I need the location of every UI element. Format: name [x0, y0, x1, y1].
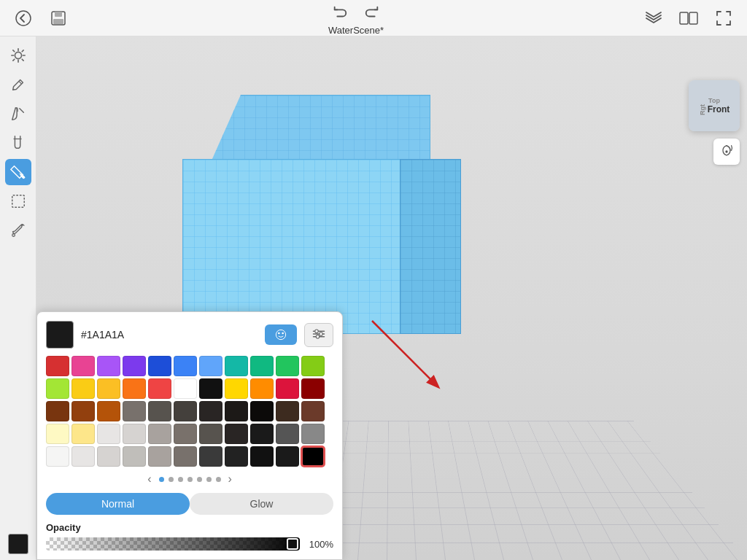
- svg-line-13: [22, 50, 23, 52]
- undo-button[interactable]: [328, 1, 352, 24]
- brush-tool-button[interactable]: [5, 101, 31, 127]
- color-swatch-3-2[interactable]: [97, 424, 120, 444]
- color-swatch-4-1[interactable]: [71, 446, 95, 467]
- color-swatch-3-4[interactable]: [148, 424, 171, 444]
- color-swatch-1-1[interactable]: [71, 378, 95, 399]
- svg-point-30: [315, 330, 319, 333]
- color-swatch-2-7[interactable]: [225, 401, 248, 421]
- color-panel: #1A1A1A ‹: [36, 311, 343, 560]
- color-swatch-3-0[interactable]: [46, 424, 69, 444]
- color-grid: [46, 356, 333, 467]
- color-swatch-2-10[interactable]: [301, 401, 325, 421]
- color-swatch-4-8[interactable]: [250, 446, 274, 467]
- color-swatch-4-9[interactable]: [276, 446, 299, 467]
- color-swatch-0-1[interactable]: [71, 356, 95, 376]
- back-button[interactable]: [12, 7, 35, 30]
- color-swatch-1-9[interactable]: [276, 378, 299, 399]
- color-swatch-3-8[interactable]: [250, 424, 274, 444]
- color-swatch-2-4[interactable]: [148, 401, 171, 421]
- page-dot-4[interactable]: [187, 477, 193, 482]
- color-swatch-0-7[interactable]: [225, 356, 248, 376]
- color-swatch-0-4[interactable]: [148, 356, 171, 376]
- color-swatch-2-3[interactable]: [123, 401, 146, 421]
- next-page-button[interactable]: ›: [225, 472, 235, 486]
- color-swatch-1-8[interactable]: [250, 378, 274, 399]
- color-swatch-3-3[interactable]: [123, 424, 146, 444]
- color-swatch-4-6[interactable]: [199, 446, 222, 467]
- mode-buttons: Normal Glow: [46, 493, 333, 515]
- color-swatch-4-3[interactable]: [123, 446, 146, 467]
- color-swatch-0-8[interactable]: [250, 356, 274, 376]
- color-swatch-0-3[interactable]: [123, 356, 146, 376]
- redo-button[interactable]: [360, 1, 384, 24]
- color-swatch-4-2[interactable]: [97, 446, 120, 467]
- color-swatch-3-10[interactable]: [301, 424, 325, 444]
- view-cube-top-label: Top: [708, 97, 720, 104]
- color-swatch-4-7[interactable]: [225, 446, 248, 467]
- color-swatch-2-9[interactable]: [276, 401, 299, 421]
- sun-tool-button[interactable]: [5, 42, 31, 69]
- paint-tool-button[interactable]: [5, 130, 31, 156]
- color-swatch-2-8[interactable]: [250, 401, 274, 421]
- color-swatch-0-5[interactable]: [174, 356, 197, 376]
- current-color-swatch[interactable]: [46, 321, 74, 349]
- color-swatch-2-2[interactable]: [97, 401, 120, 421]
- build-tool-button[interactable]: [5, 71, 31, 98]
- color-swatch-0-10[interactable]: [301, 356, 325, 376]
- color-swatch-4-0[interactable]: [46, 446, 69, 467]
- color-swatch-1-6[interactable]: [199, 378, 222, 399]
- page-dot-6[interactable]: [206, 477, 212, 482]
- color-swatch-4-4[interactable]: [148, 446, 171, 467]
- color-swatch-1-2[interactable]: [97, 378, 120, 399]
- svg-line-12: [22, 59, 23, 61]
- color-swatch-0-9[interactable]: [276, 356, 299, 376]
- preview-button[interactable]: [677, 7, 700, 30]
- color-swatch-3-6[interactable]: [199, 424, 222, 444]
- fullscreen-button[interactable]: [712, 7, 735, 30]
- color-swatch-2-5[interactable]: [174, 401, 197, 421]
- select-tool-button[interactable]: [5, 188, 31, 214]
- svg-rect-2: [55, 12, 62, 17]
- svg-rect-3: [53, 19, 63, 24]
- fill-tool-button[interactable]: [5, 159, 31, 185]
- color-swatch-3-7[interactable]: [225, 424, 248, 444]
- sliders-view-button[interactable]: [304, 323, 333, 347]
- view-cube[interactable]: Top Rgt Front: [689, 80, 740, 131]
- prev-page-button[interactable]: ‹: [144, 472, 154, 486]
- opacity-slider[interactable]: [46, 537, 300, 551]
- color-swatch-1-7[interactable]: [225, 378, 248, 399]
- color-swatch-3-5[interactable]: [174, 424, 197, 444]
- sidebar-color-swatch[interactable]: [8, 534, 28, 554]
- page-dot-5[interactable]: [197, 477, 202, 482]
- page-dot-7[interactable]: [216, 477, 221, 482]
- color-swatch-2-6[interactable]: [199, 401, 222, 421]
- color-swatch-1-3[interactable]: [123, 378, 146, 399]
- lock-rotation-button[interactable]: [713, 139, 740, 165]
- color-swatch-1-4[interactable]: [148, 378, 171, 399]
- svg-point-31: [320, 332, 323, 335]
- layers-button[interactable]: [642, 7, 665, 30]
- color-swatch-3-9[interactable]: [276, 424, 299, 444]
- color-swatch-4-10[interactable]: [301, 446, 325, 467]
- color-swatch-1-10[interactable]: [301, 378, 325, 399]
- color-swatch-4-5[interactable]: [174, 446, 197, 467]
- glow-mode-button[interactable]: Glow: [190, 493, 333, 515]
- opacity-thumb[interactable]: [287, 538, 298, 550]
- save-button[interactable]: [47, 7, 70, 30]
- color-swatch-3-1[interactable]: [71, 424, 95, 444]
- color-swatch-0-2[interactable]: [97, 356, 120, 376]
- page-dot-3[interactable]: [178, 477, 183, 482]
- color-swatch-0-0[interactable]: [46, 356, 69, 376]
- normal-mode-button[interactable]: Normal: [46, 493, 190, 515]
- page-dot-2[interactable]: [169, 477, 174, 482]
- svg-point-32: [316, 335, 320, 338]
- eyedropper-tool-button[interactable]: [5, 217, 31, 244]
- color-swatch-0-6[interactable]: [199, 356, 222, 376]
- palette-view-button[interactable]: [265, 324, 297, 345]
- color-swatch-2-1[interactable]: [71, 401, 95, 421]
- color-swatch-2-0[interactable]: [46, 401, 69, 421]
- page-dot-1[interactable]: [159, 477, 164, 482]
- color-swatch-1-5[interactable]: [174, 378, 197, 399]
- color-swatch-1-0[interactable]: [46, 378, 69, 399]
- cube-right-face: [400, 159, 461, 334]
